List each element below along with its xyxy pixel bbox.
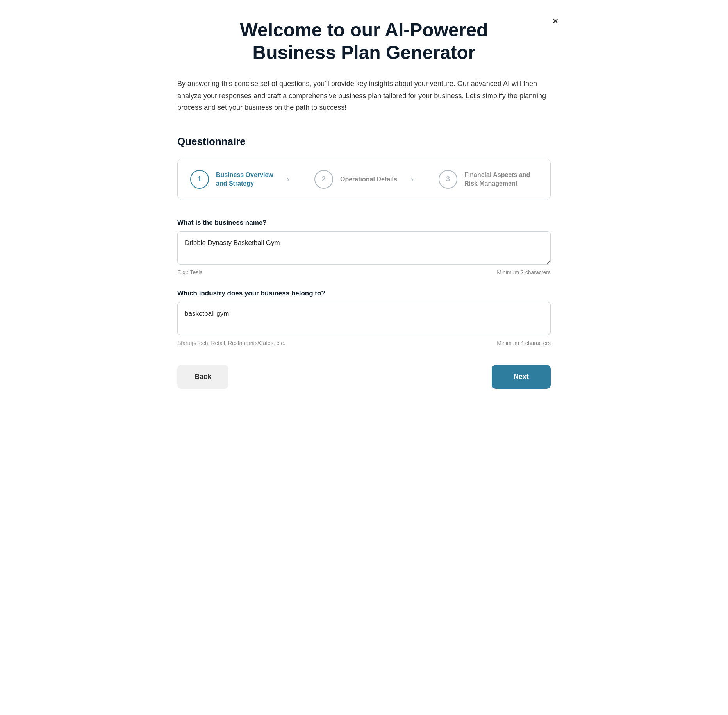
modal-container: × Welcome to our AI-Powered Business Pla… (149, 0, 579, 412)
industry-hints: Startup/Tech, Retail, Restaurants/Cafes,… (177, 340, 551, 346)
close-button[interactable]: × (551, 14, 560, 28)
step-1[interactable]: 1 Business Overview and Strategy › (178, 159, 302, 200)
steps-container: 1 Business Overview and Strategy › 2 Ope… (177, 159, 551, 200)
questionnaire-label: Questionnaire (177, 136, 551, 148)
next-button[interactable]: Next (492, 365, 551, 389)
page-description: By answering this concise set of questio… (177, 78, 551, 114)
chevron-right-icon-1: › (287, 174, 289, 184)
business-name-input[interactable] (177, 231, 551, 265)
step-2-number: 2 (314, 170, 333, 189)
industry-example: Startup/Tech, Retail, Restaurants/Cafes,… (177, 340, 285, 346)
step-3-number: 3 (439, 170, 457, 189)
business-name-example: E.g.: Tesla (177, 269, 203, 275)
back-button[interactable]: Back (177, 365, 228, 389)
industry-label: Which industry does your business belong… (177, 290, 551, 297)
step-1-number: 1 (190, 170, 209, 189)
business-name-min-chars: Minimum 2 characters (497, 269, 551, 275)
chevron-right-icon-2: › (411, 174, 414, 184)
step-1-label: Business Overview and Strategy (216, 171, 280, 188)
industry-input[interactable] (177, 302, 551, 335)
step-3[interactable]: 3 Financial Aspects and Risk Management (426, 159, 550, 200)
buttons-row: Back Next (177, 365, 551, 389)
business-name-group: What is the business name? E.g.: Tesla M… (177, 219, 551, 275)
page-title: Welcome to our AI-Powered Business Plan … (177, 19, 551, 64)
business-name-label: What is the business name? (177, 219, 551, 227)
industry-group: Which industry does your business belong… (177, 290, 551, 346)
industry-min-chars: Minimum 4 characters (497, 340, 551, 346)
step-3-label: Financial Aspects and Risk Management (464, 171, 538, 188)
step-2[interactable]: 2 Operational Details › (302, 159, 426, 200)
step-2-label: Operational Details (340, 175, 397, 184)
business-name-hints: E.g.: Tesla Minimum 2 characters (177, 269, 551, 275)
